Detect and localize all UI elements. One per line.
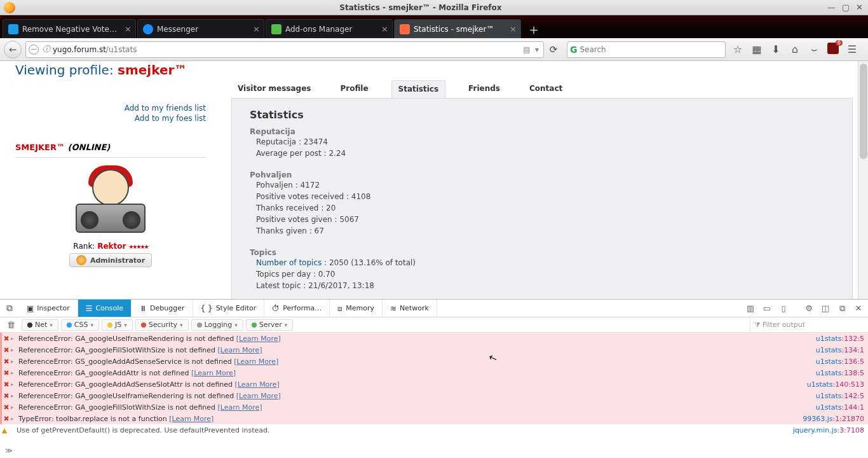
browser-tab[interactable]: Messenger×: [137, 19, 264, 38]
console-filter-net[interactable]: Net▾: [22, 319, 58, 331]
console-message[interactable]: ✖▸ReferenceError: GS_googleAddAdSenseSer…: [0, 356, 868, 367]
devtools-split-icon[interactable]: ▥: [743, 303, 757, 314]
learn-more-link[interactable]: [Learn More]: [236, 335, 281, 343]
firefox-icon: [4, 2, 15, 13]
reload-button[interactable]: ⟳: [544, 44, 563, 55]
browser-tab[interactable]: Statistics - smejker™×: [394, 19, 521, 38]
devtools-tab-inspector[interactable]: ▣Inspector: [19, 300, 78, 317]
devtools-tab-debugger[interactable]: ⏸Debugger: [132, 300, 193, 317]
dropdown-icon[interactable]: ▾: [533, 45, 541, 54]
profile-tab-contact[interactable]: Contact: [523, 80, 569, 98]
profile-tab-statistics[interactable]: Statistics: [391, 80, 446, 98]
console-filter-css[interactable]: CSS▾: [61, 319, 99, 331]
browser-tab[interactable]: Add-ons Manager×: [266, 19, 393, 38]
devtools-tab-network[interactable]: ≋Network: [383, 300, 437, 317]
source-link[interactable]: u1stats: [816, 403, 842, 412]
devtools-tab-icon: ⧈: [337, 304, 342, 313]
console-message[interactable]: ✖▸ReferenceError: GA_googleUseIframeRend…: [0, 333, 868, 344]
pocket-icon[interactable]: ⌣: [807, 43, 821, 55]
stats-row: Thanks given : 67: [256, 225, 834, 237]
grid-icon[interactable]: ▦: [750, 43, 764, 55]
console-message[interactable]: ✖▸ReferenceError: GA_googleFillSlotWithS…: [0, 344, 868, 356]
info-icon[interactable]: ⓘ: [43, 44, 50, 55]
stats-link[interactable]: Number of topics: [256, 258, 322, 267]
menu-icon[interactable]: ☰: [845, 43, 859, 55]
learn-more-link[interactable]: [Learn More]: [235, 380, 280, 389]
learn-more-link[interactable]: [Learn More]: [191, 369, 236, 377]
learn-more-link[interactable]: [Learn More]: [218, 403, 262, 412]
source-link[interactable]: jquery.min.js: [793, 426, 837, 434]
console-message[interactable]: ✖▸TypeError: toolbar.replace is not a fu…: [0, 413, 868, 424]
source-link[interactable]: u1stats: [816, 392, 842, 400]
devtools-tab-style-editor[interactable]: { }Style Editor: [193, 300, 265, 317]
minimize-button[interactable]: —: [827, 3, 836, 12]
url-bar[interactable]: ⓘ yugo.forum.st/u1stats ▤ ▾: [25, 41, 544, 58]
console-message[interactable]: ✖▸ReferenceError: GA_googleUseIframeRend…: [0, 390, 868, 401]
back-button[interactable]: ←: [4, 41, 22, 59]
learn-more-link[interactable]: [Learn More]: [218, 346, 262, 354]
source-link[interactable]: u1stats: [816, 335, 842, 343]
home-icon[interactable]: ⌂: [788, 43, 802, 55]
devtools-responsive-icon[interactable]: ▭: [760, 303, 774, 314]
source-link[interactable]: u1stats: [816, 346, 842, 354]
page-scrollbar[interactable]: [858, 61, 868, 299]
tab-close-icon[interactable]: ×: [510, 24, 517, 34]
source-link[interactable]: u1stats: [807, 380, 833, 389]
search-bar[interactable]: G Search: [567, 41, 726, 58]
window-title: Statistics - smejker™ - Mozilla Firefox: [19, 3, 822, 12]
devtools-tab-performa-[interactable]: ⏱Performa…: [264, 300, 330, 317]
tab-favicon: [143, 24, 153, 34]
console-prompt[interactable]: ≫: [0, 447, 868, 458]
console-filter-input[interactable]: ⧩ Filter output: [750, 317, 864, 332]
administrator-badge: Administrator: [69, 253, 152, 267]
tab-title: Add-ons Manager: [285, 25, 377, 34]
dot-icon: [252, 323, 257, 328]
devtools-close-icon[interactable]: ✕: [851, 303, 865, 314]
browser-tab[interactable]: Remove Negative Votes …×: [3, 19, 136, 38]
console-filter-js[interactable]: JS▾: [102, 319, 133, 331]
profile-tabs: Visitor messagesProfileStatisticsFriends…: [231, 80, 853, 99]
add-foes-link[interactable]: Add to my foes list: [15, 113, 206, 123]
reader-mode-icon[interactable]: ▤: [520, 45, 533, 54]
source-link[interactable]: u1stats: [816, 369, 842, 377]
bookmark-star-icon[interactable]: ☆: [731, 43, 745, 55]
maximize-button[interactable]: ▢: [842, 3, 850, 12]
devtools-tab-icon: ☰: [86, 304, 93, 313]
dot-icon: [197, 323, 202, 328]
devtools-dock-sep-icon[interactable]: ◫: [818, 303, 832, 314]
downloads-icon[interactable]: ⬇: [769, 43, 783, 55]
devtools-tab-memory[interactable]: ⧈Memory: [330, 300, 383, 317]
stats-row: Latest topic : 21/6/2017, 13:18: [256, 280, 834, 291]
new-tab-button[interactable]: +: [525, 23, 543, 38]
tab-close-icon[interactable]: ×: [381, 24, 388, 34]
source-link[interactable]: u1stats: [816, 357, 842, 366]
console-message[interactable]: ✖▸ReferenceError: GA_googleAddAdSenseSlo…: [0, 378, 868, 390]
devtools-iframe-picker[interactable]: ⧉: [0, 303, 19, 314]
console-clear-button[interactable]: 🗑: [4, 320, 18, 330]
console-message[interactable]: ✖▸ReferenceError: GA_googleAddAttr is no…: [0, 367, 868, 378]
page-content: Viewing profile: smejker™ Add to my frie…: [0, 61, 868, 299]
profile-tab-visitor-messages[interactable]: Visitor messages: [231, 80, 317, 98]
devtools-popout-icon[interactable]: ⧉: [835, 303, 849, 314]
tab-close-icon[interactable]: ×: [125, 24, 132, 34]
learn-more-link[interactable]: [Learn More]: [234, 357, 278, 366]
tab-close-icon[interactable]: ×: [253, 24, 260, 34]
console-filter-server[interactable]: Server▾: [246, 319, 294, 331]
source-link[interactable]: 99363.js: [803, 415, 832, 423]
profile-tab-profile[interactable]: Profile: [334, 80, 374, 98]
learn-more-link[interactable]: [Learn More]: [236, 392, 281, 400]
profile-tab-friends[interactable]: Friends: [462, 80, 506, 98]
devtools-settings-icon[interactable]: ⚙: [802, 303, 816, 314]
close-window-button[interactable]: ✕: [856, 3, 863, 12]
devtools-tab-console[interactable]: ☰Console: [78, 300, 132, 317]
console-filter-security[interactable]: Security▾: [135, 319, 189, 331]
console-filter-logging[interactable]: Logging▾: [191, 319, 243, 331]
console-message[interactable]: ▲Use of getPreventDefault() is deprecate…: [0, 424, 868, 436]
add-friends-link[interactable]: Add to my friends list: [15, 103, 206, 113]
console-output[interactable]: ↖ ✖▸ReferenceError: GA_googleUseIframeRe…: [0, 333, 868, 447]
stats-row: Thanks received : 20: [256, 202, 834, 214]
console-message[interactable]: ✖▸ReferenceError: GA_googleFillSlotWithS…: [0, 401, 868, 413]
ublock-icon[interactable]: 6: [826, 43, 840, 57]
devtools-pane-icon[interactable]: ▯: [776, 303, 790, 314]
learn-more-link[interactable]: [Learn More]: [169, 415, 214, 423]
